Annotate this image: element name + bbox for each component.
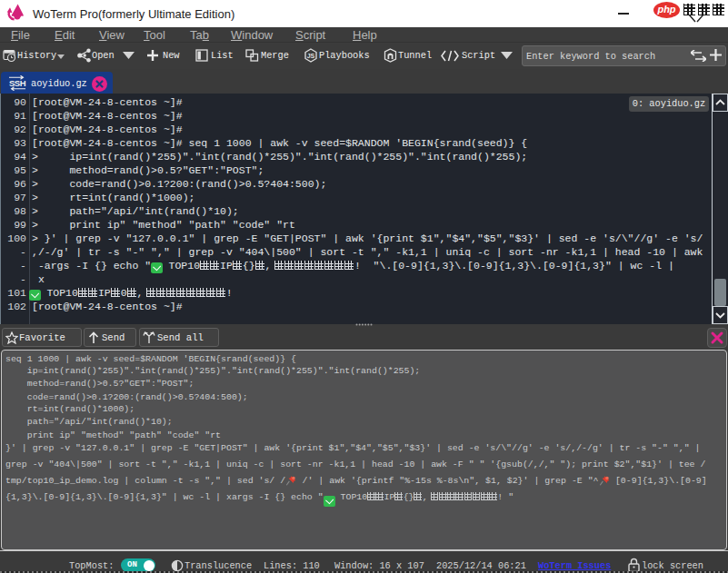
svg-text:SSH: SSH bbox=[9, 78, 26, 88]
svg-text:JS: JS bbox=[307, 53, 315, 59]
